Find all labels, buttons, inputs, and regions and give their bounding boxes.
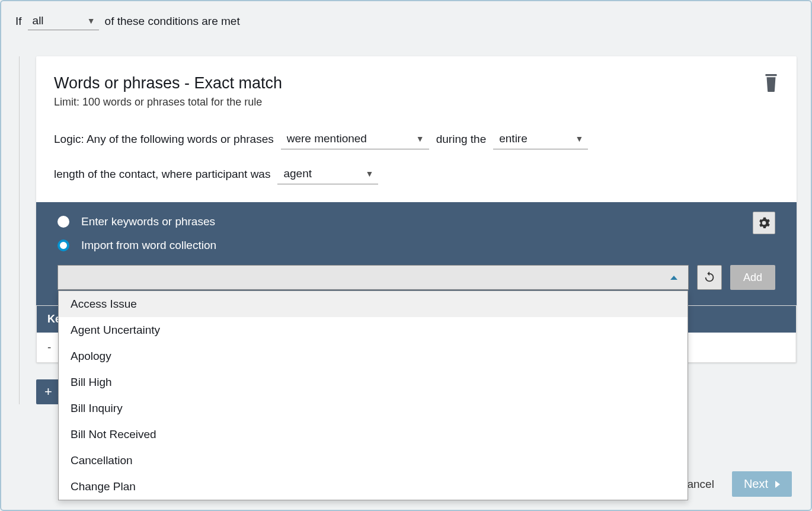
refresh-icon (703, 271, 716, 284)
keyword-panel: Enter keywords or phrases Import from wo… (36, 202, 797, 305)
mention-value: were mentioned (287, 132, 367, 145)
dropdown-item[interactable]: Bill High (59, 369, 688, 395)
condition-suffix: of these conditions are met (105, 15, 240, 28)
dropdown-item[interactable]: Bill Inquiry (59, 395, 688, 421)
next-label: Next (744, 477, 768, 491)
logic-row-2: length of the contact, where participant… (54, 164, 779, 184)
logic-line2-prefix: length of the contact, where participant… (54, 168, 270, 181)
scope-select[interactable]: entire ▼ (493, 129, 588, 149)
chevron-up-icon (670, 276, 677, 280)
if-text: If (15, 15, 22, 28)
radio-manual-label: Enter keywords or phrases (81, 215, 215, 228)
next-button[interactable]: Next (732, 471, 792, 497)
radio-import-label: Import from word collection (81, 239, 216, 252)
plus-icon: + (44, 385, 52, 398)
radio-manual-row[interactable]: Enter keywords or phrases (57, 215, 775, 228)
chevron-down-icon: ▼ (87, 16, 95, 25)
dropdown-item[interactable]: Bill Not Received (59, 421, 688, 448)
participant-select[interactable]: agent ▼ (277, 164, 378, 184)
card-subtitle: Limit: 100 words or phrases total for th… (54, 96, 282, 108)
collection-dropdown-list[interactable]: Access IssueAgent UncertaintyApologyBill… (58, 290, 688, 500)
during-text: during the (436, 133, 487, 146)
quantifier-select[interactable]: all ▼ (28, 12, 99, 30)
mention-select[interactable]: were mentioned ▼ (281, 129, 429, 149)
dropdown-item[interactable]: Change Plan (59, 474, 688, 500)
gear-icon (758, 217, 770, 229)
quantifier-value: all (33, 14, 44, 27)
chevron-down-icon: ▼ (575, 134, 583, 143)
logic-prefix: Logic: Any of the following words or phr… (54, 133, 274, 146)
trash-icon[interactable] (763, 74, 779, 92)
collection-dropdown[interactable]: Access IssueAgent UncertaintyApologyBill… (57, 265, 689, 290)
add-button[interactable]: Add (730, 265, 775, 290)
svg-rect-1 (769, 74, 773, 75)
condition-line: If all ▼ of these conditions are met (15, 12, 797, 30)
rule-card: Words or phrases - Exact match Limit: 10… (36, 56, 797, 363)
logic-row-1: Logic: Any of the following words or phr… (54, 129, 779, 149)
chevron-right-icon (775, 481, 780, 488)
card-title: Words or phrases - Exact match (54, 74, 282, 92)
chevron-down-icon: ▼ (366, 169, 374, 178)
radio-import-row[interactable]: Import from word collection (57, 239, 775, 252)
dropdown-item[interactable]: Cancellation (59, 448, 688, 474)
dropdown-item[interactable]: Access Issue (59, 291, 688, 317)
footer-actions: Cancel Next (679, 471, 792, 497)
participant-value: agent (283, 167, 312, 180)
chevron-down-icon: ▼ (416, 134, 424, 143)
settings-button[interactable] (753, 212, 775, 234)
scope-value: entire (499, 132, 528, 145)
dropdown-item[interactable]: Agent Uncertainty (59, 317, 688, 343)
radio-manual[interactable] (57, 216, 69, 228)
dropdown-item[interactable]: Apology (59, 343, 688, 369)
refresh-button[interactable] (697, 265, 722, 290)
radio-import[interactable] (57, 239, 69, 251)
